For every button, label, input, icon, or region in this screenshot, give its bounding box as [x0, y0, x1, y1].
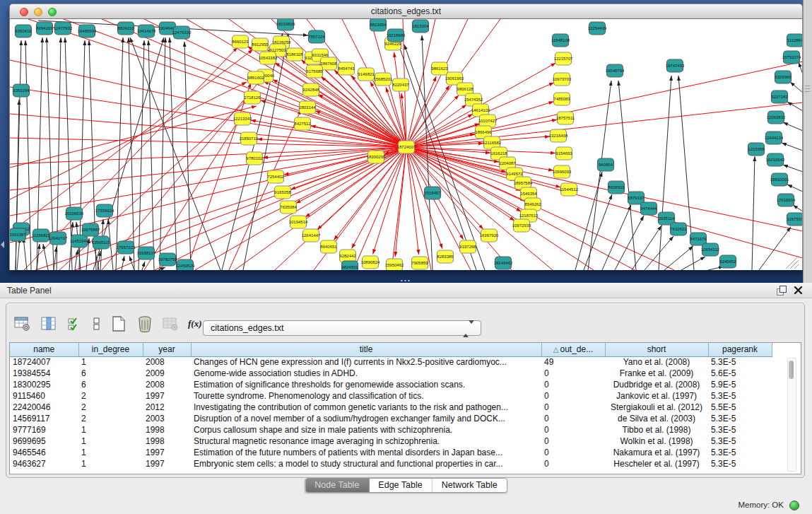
table-cell[interactable]: 9465546: [10, 447, 78, 458]
graph-node[interactable]: 15950462: [385, 259, 404, 270]
table-cell[interactable]: 2008: [143, 379, 191, 390]
graph-node[interactable]: 16648794: [606, 64, 625, 77]
graph-edge[interactable]: [752, 156, 755, 270]
function-builder-icon[interactable]: f(x): [188, 318, 202, 329]
graph-node[interactable]: 1215958: [748, 143, 765, 156]
graph-edge[interactable]: [142, 262, 145, 270]
graph-node[interactable]: 19218986: [387, 29, 406, 42]
table-cell[interactable]: 2012: [143, 402, 191, 413]
table-cell[interactable]: 6: [78, 368, 143, 379]
graph-node[interactable]: 9824502: [341, 261, 358, 270]
table-cell[interactable]: Genome-wide association studies in ADHD.: [191, 368, 541, 379]
table-cell[interactable]: 0: [541, 368, 605, 379]
table-cell[interactable]: 5.9E-5: [708, 379, 772, 390]
table-cell[interactable]: Stergiakouli et al. (2012): [605, 402, 708, 413]
graph-edge[interactable]: [787, 185, 802, 192]
table-cell[interactable]: Dudbridge et al. (2008): [605, 379, 708, 390]
table-selector-dropdown[interactable]: citations_edges.txt: [203, 320, 481, 336]
graph-node[interactable]: 18724007: [397, 141, 416, 153]
table-cell[interactable]: 14569117: [10, 413, 78, 424]
graph-node[interactable]: 21850710: [240, 132, 259, 145]
graph-node[interactable]: 8813054: [370, 19, 387, 31]
table-cell[interactable]: 0: [541, 379, 605, 390]
table-cell[interactable]: 1997: [143, 447, 191, 458]
graph-edge[interactable]: [129, 256, 134, 270]
graph-edge[interactable]: [575, 172, 602, 270]
table-cell[interactable]: 22420046: [10, 402, 78, 413]
table-cell[interactable]: Tourette syndrome. Phenomenology and cla…: [191, 390, 541, 402]
table-row[interactable]: 1830029562008Estimation of significance …: [10, 379, 772, 390]
table-cell[interactable]: Estimation of the future numbers of pati…: [191, 447, 541, 458]
graph-node[interactable]: 8549262: [524, 198, 541, 211]
graph-node[interactable]: 13216408: [549, 129, 568, 142]
graph-edge[interactable]: [10, 114, 406, 147]
graph-edge[interactable]: [129, 37, 134, 270]
graph-node[interactable]: 9780102: [246, 152, 263, 165]
graph-node[interactable]: 16958107: [137, 247, 156, 259]
graph-node[interactable]: 2718126: [244, 91, 261, 104]
graph-edge[interactable]: [406, 114, 473, 147]
graph-node[interactable]: 15751074: [782, 51, 801, 64]
table-row[interactable]: 969969511998Structural magnetic resonanc…: [10, 436, 772, 447]
table-cell[interactable]: 1: [78, 356, 143, 368]
table-cell[interactable]: 1997: [143, 458, 191, 469]
table-cell[interactable]: Corpus callosum shape and size in male p…: [191, 424, 541, 436]
table-cell[interactable]: 18300295: [10, 379, 78, 390]
table-cell[interactable]: Estimation of significance thresholds fo…: [191, 379, 541, 390]
graph-node[interactable]: 10194514: [289, 216, 308, 228]
graph-node[interactable]: 11544512: [560, 183, 579, 196]
graph-edge[interactable]: [615, 216, 644, 270]
table-row[interactable]: 1872400712008Changes of HCN gene express…: [10, 356, 772, 368]
new-table-icon[interactable]: [110, 315, 128, 333]
graph-node[interactable]: 9329966: [775, 71, 792, 83]
left-panel-handle-icon[interactable]: [1, 241, 4, 248]
table-cell[interactable]: 0: [541, 402, 605, 413]
graph-node[interactable]: 10973703: [553, 73, 572, 86]
graph-node[interactable]: 9197268: [459, 240, 476, 253]
graph-node[interactable]: 18249462: [494, 257, 513, 269]
graph-node[interactable]: 18300295: [367, 151, 386, 163]
graph-node[interactable]: 2053194: [13, 84, 30, 97]
scrollbar-thumb[interactable]: [789, 361, 794, 379]
graph-edge[interactable]: [759, 227, 791, 270]
graph-edge[interactable]: [148, 40, 154, 270]
graph-node[interactable]: 10107427: [478, 115, 498, 127]
graph-node[interactable]: 16210643: [766, 153, 785, 166]
graph-node[interactable]: 9861623: [431, 62, 448, 75]
graph-node[interactable]: 15992001: [770, 173, 789, 186]
table-cell[interactable]: 1998: [143, 424, 191, 436]
graph-node[interactable]: 9146821: [358, 68, 375, 81]
table-cell[interactable]: 5.3E-5: [708, 413, 772, 424]
graph-node[interactable]: 1112864: [787, 34, 803, 47]
graph-node[interactable]: 17016504: [777, 194, 796, 206]
table-cell[interactable]: 2008: [143, 356, 191, 368]
table-cell[interactable]: 2: [78, 402, 143, 413]
graph-edge[interactable]: [406, 147, 483, 229]
graph-node[interactable]: 9474444: [640, 202, 657, 215]
graph-edge[interactable]: [782, 143, 802, 151]
graph-edge[interactable]: [584, 194, 612, 270]
graph-node[interactable]: 7635084: [280, 201, 297, 214]
table-cell[interactable]: 5.3E-5: [708, 447, 772, 458]
column-header-title[interactable]: title: [191, 343, 541, 356]
graph-edge[interactable]: [139, 40, 144, 270]
graph-node[interactable]: 2803144: [299, 101, 316, 114]
graph-node[interactable]: 12254439: [588, 22, 607, 35]
graph-node[interactable]: 8912955: [252, 38, 269, 51]
graph-node[interactable]: 9861602: [247, 71, 264, 84]
table-cell[interactable]: 19384554: [10, 368, 78, 379]
graph-node[interactable]: 8660123: [232, 35, 249, 48]
tab-node-table[interactable]: Node Table: [305, 479, 369, 492]
table-row[interactable]: 977716911998Corpus callosum shape and si…: [10, 424, 772, 436]
graph-node[interactable]: 10543382: [259, 52, 278, 64]
graph-node[interactable]: 9154693: [555, 147, 572, 160]
vertical-scrollbar[interactable]: [787, 358, 796, 472]
table-cell[interactable]: 1: [78, 436, 143, 447]
graph-node[interactable]: 12093832: [767, 111, 786, 124]
table-cell[interactable]: 1997: [143, 390, 191, 402]
graph-node[interactable]: 8094203: [36, 22, 53, 35]
graph-node[interactable]: 1518457: [424, 187, 441, 199]
graph-node[interactable]: 10972939: [512, 219, 531, 232]
graph-edge[interactable]: [28, 19, 406, 147]
table-cell[interactable]: 1998: [143, 436, 191, 447]
